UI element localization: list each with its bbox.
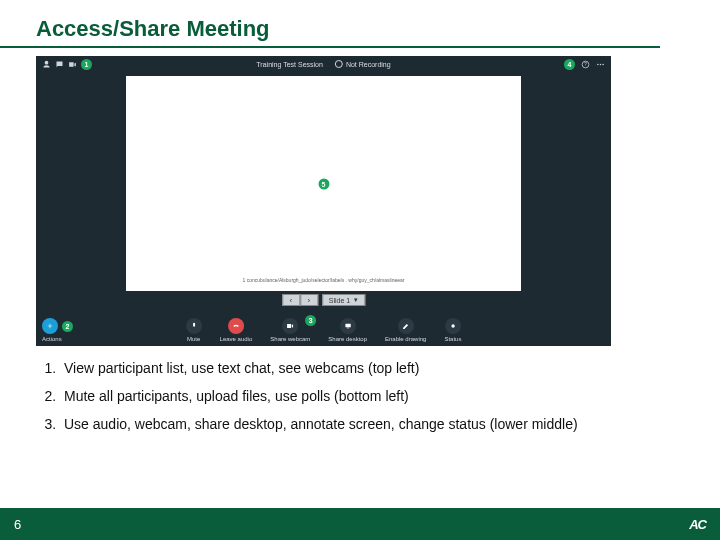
badge-5: 5	[318, 178, 329, 189]
svg-point-3	[600, 63, 602, 65]
svg-text:?: ?	[584, 62, 587, 67]
mute-control[interactable]: Mute	[186, 318, 202, 342]
actions-button[interactable]	[42, 318, 58, 334]
slide-select[interactable]: Slide 1 ▾	[322, 294, 365, 306]
svg-point-4	[602, 63, 604, 65]
session-title: Training Test Session	[256, 61, 323, 68]
topbar-right: 4 ?	[564, 59, 605, 70]
status-control[interactable]: Status	[444, 318, 461, 342]
meeting-screenshot: 1 Training Test Session Not Recording 4 …	[36, 56, 611, 346]
leave-audio-label: Leave audio	[220, 336, 253, 342]
chat-icon	[55, 60, 64, 69]
leave-audio-control[interactable]: Leave audio	[220, 318, 253, 342]
slide-footer: 6 AC	[0, 508, 720, 540]
badge-2: 2	[62, 321, 73, 332]
svg-rect-5	[345, 324, 350, 328]
share-webcam-label: Share webcam	[270, 336, 310, 342]
actions-label: Actions	[42, 336, 62, 342]
topbar-left: 1	[42, 59, 92, 70]
share-desktop-label: Share desktop	[328, 336, 367, 342]
bottombar-center: Mute Leave audio 3 Share webcam Share de…	[186, 318, 462, 342]
menu-icon	[596, 60, 605, 69]
share-desktop-control[interactable]: Share desktop	[328, 318, 367, 342]
recording-status: Not Recording	[335, 60, 391, 68]
svg-rect-6	[347, 328, 349, 329]
slide-label: Slide 1	[329, 297, 350, 304]
bottombar: 2 Actions Mute Leave audio 3 Share webca…	[36, 312, 611, 346]
next-slide-button[interactable]: ›	[300, 294, 318, 306]
enable-drawing-label: Enable drawing	[385, 336, 426, 342]
slide-title: Access/Share Meeting	[0, 0, 660, 48]
badge-4: 4	[564, 59, 575, 70]
step-3: Use audio, webcam, share desktop, annota…	[60, 416, 684, 432]
slide-pager: ‹ › Slide 1 ▾	[282, 294, 365, 306]
page-number: 6	[14, 517, 21, 532]
badge-3: 3	[305, 315, 316, 326]
enable-drawing-control[interactable]: Enable drawing	[385, 318, 426, 342]
instruction-list: View participant list, use text chat, se…	[60, 360, 684, 432]
bottombar-left: 2 Actions	[42, 318, 73, 342]
help-icon: ?	[581, 60, 590, 69]
badge-1: 1	[81, 59, 92, 70]
status-label: Status	[444, 336, 461, 342]
user-icon	[42, 60, 51, 69]
svg-point-7	[451, 324, 454, 327]
topbar-center: Training Test Session Not Recording	[256, 60, 390, 68]
camera-icon	[68, 60, 77, 69]
chevron-down-icon: ▾	[354, 296, 358, 304]
step-2: Mute all participants, upload files, use…	[60, 388, 684, 404]
mute-label: Mute	[187, 336, 200, 342]
presentation-canvas: 5 1 concubulance/Alsburgh_judo/selector/…	[126, 76, 521, 291]
prev-slide-button[interactable]: ‹	[282, 294, 300, 306]
step-1: View participant list, use text chat, se…	[60, 360, 684, 376]
share-webcam-control[interactable]: 3 Share webcam	[270, 318, 310, 342]
footer-logo: AC	[689, 517, 706, 532]
svg-point-2	[597, 63, 599, 65]
topbar: 1 Training Test Session Not Recording 4 …	[36, 56, 611, 72]
canvas-footer-text: 1 concubulance/Alsburgh_judo/selector/la…	[126, 277, 521, 283]
